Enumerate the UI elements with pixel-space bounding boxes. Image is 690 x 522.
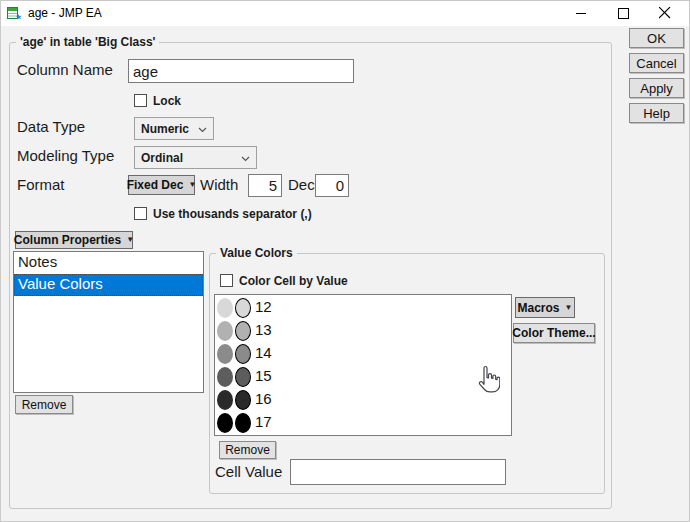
ok-button[interactable]: OK [629,28,684,48]
jmp-column-icon [7,6,22,21]
data-type-select[interactable]: Numeric [134,117,214,140]
value-label: 14 [255,344,272,361]
color-marker-oval [235,413,251,433]
cell-value-label: Cell Value [215,463,282,480]
color-marker-oval [235,321,251,341]
titlebar[interactable]: age - JMP EA [1,1,689,26]
column-properties-dropdown[interactable]: Column Properties ▼ [15,231,133,249]
value-label: 17 [255,413,272,430]
chevron-down-icon [241,151,250,165]
value-label: 13 [255,321,272,338]
value-colors-listbox: 12 13 14 15 [214,294,512,436]
color-swatch-oval [217,367,233,387]
value-label: 15 [255,367,272,384]
color-marker-oval [235,367,251,387]
maximize-icon[interactable] [603,1,643,25]
modeling-type-label: Modeling Type [17,147,114,164]
width-input[interactable] [248,174,282,197]
value-color-row[interactable]: 14 [215,343,511,366]
color-swatch-oval [217,298,233,318]
dialog-body: 'age' in table 'Big Class' Column Name L… [1,26,689,521]
value-color-row[interactable]: 12 [215,297,511,320]
minimize-icon[interactable] [561,1,601,25]
properties-listbox: Notes Value Colors [13,251,204,393]
color-marker-oval [235,298,251,318]
value-label: 12 [255,298,272,315]
data-type-value: Numeric [141,122,189,136]
value-color-row[interactable]: 15 [215,366,511,389]
dropdown-arrow-icon: ▼ [126,236,134,244]
value-colors-group-box: Value Colors Color Cell by Value 12 13 [209,253,605,494]
color-swatch-oval [217,390,233,410]
macros-label: Macros [518,301,560,315]
lock-label: Lock [153,94,181,108]
help-button[interactable]: Help [629,103,684,123]
lock-checkbox[interactable] [134,94,147,107]
value-label: 16 [255,390,272,407]
dec-input[interactable] [315,174,349,197]
color-swatch-oval [217,413,233,433]
macros-dropdown[interactable]: Macros ▼ [515,297,575,318]
value-colors-group-title: Value Colors [216,246,297,261]
value-color-row[interactable]: 17 [215,412,511,435]
color-swatch-oval [217,344,233,364]
thousands-separator-checkbox[interactable] [134,207,147,220]
format-dropdown[interactable]: Fixed Dec ▼ [128,175,195,195]
column-info-dialog: age - JMP EA 'age' in table 'Big Class' … [0,0,690,522]
window-title: age - JMP EA [28,6,102,20]
column-name-label: Column Name [17,61,113,78]
modeling-type-value: Ordinal [141,151,183,165]
color-marker-oval [235,344,251,364]
color-cell-by-value-checkbox[interactable] [220,274,233,287]
chevron-down-icon [198,122,207,136]
cell-value-input[interactable] [290,459,506,485]
list-item-value-colors[interactable]: Value Colors [14,274,203,296]
dropdown-arrow-icon: ▼ [565,304,573,312]
color-cell-by-value-label: Color Cell by Value [239,274,348,288]
column-properties-label: Column Properties [14,233,121,247]
remove-property-button[interactable]: Remove [15,395,73,414]
data-type-label: Data Type [17,118,85,135]
format-label: Format [17,176,65,193]
remove-value-color-button[interactable]: Remove [219,441,276,459]
thousands-separator-label: Use thousands separator (,) [153,207,312,221]
close-icon[interactable] [645,1,685,25]
format-value: Fixed Dec [127,178,184,192]
column-name-input[interactable] [128,59,354,83]
color-swatch-oval [217,321,233,341]
column-group-title: 'age' in table 'Big Class' [16,35,159,50]
dropdown-arrow-icon: ▼ [188,181,196,189]
dec-label: Dec [288,176,315,193]
apply-button[interactable]: Apply [629,78,684,98]
color-theme-button[interactable]: Color Theme... [513,323,595,343]
value-color-row[interactable]: 16 [215,389,511,412]
modeling-type-select[interactable]: Ordinal [134,146,257,169]
color-marker-oval [235,390,251,410]
width-label: Width [200,176,238,193]
list-item-notes[interactable]: Notes [14,252,203,274]
value-color-row[interactable]: 13 [215,320,511,343]
cancel-button[interactable]: Cancel [629,53,684,73]
